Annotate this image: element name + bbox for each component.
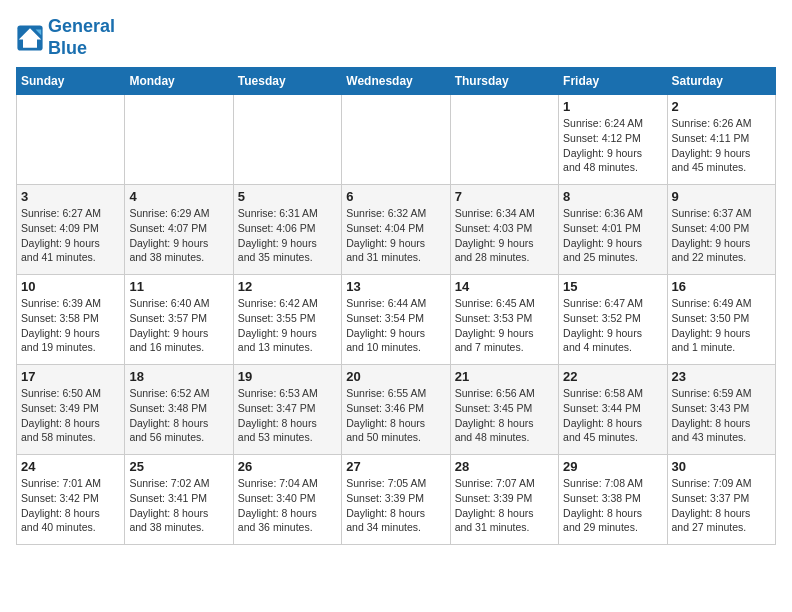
day-info: Sunrise: 6:55 AM Sunset: 3:46 PM Dayligh…	[346, 386, 445, 445]
calendar-cell: 2Sunrise: 6:26 AM Sunset: 4:11 PM Daylig…	[667, 95, 775, 185]
day-info: Sunrise: 7:07 AM Sunset: 3:39 PM Dayligh…	[455, 476, 554, 535]
day-number: 14	[455, 279, 554, 294]
day-number: 28	[455, 459, 554, 474]
day-number: 30	[672, 459, 771, 474]
calendar-cell: 11Sunrise: 6:40 AM Sunset: 3:57 PM Dayli…	[125, 275, 233, 365]
day-info: Sunrise: 6:53 AM Sunset: 3:47 PM Dayligh…	[238, 386, 337, 445]
calendar-cell: 29Sunrise: 7:08 AM Sunset: 3:38 PM Dayli…	[559, 455, 667, 545]
day-number: 19	[238, 369, 337, 384]
day-number: 25	[129, 459, 228, 474]
calendar-cell: 27Sunrise: 7:05 AM Sunset: 3:39 PM Dayli…	[342, 455, 450, 545]
calendar-cell: 6Sunrise: 6:32 AM Sunset: 4:04 PM Daylig…	[342, 185, 450, 275]
day-info: Sunrise: 6:42 AM Sunset: 3:55 PM Dayligh…	[238, 296, 337, 355]
calendar-week-row: 1Sunrise: 6:24 AM Sunset: 4:12 PM Daylig…	[17, 95, 776, 185]
day-number: 27	[346, 459, 445, 474]
day-number: 7	[455, 189, 554, 204]
day-number: 4	[129, 189, 228, 204]
day-info: Sunrise: 6:31 AM Sunset: 4:06 PM Dayligh…	[238, 206, 337, 265]
calendar-cell	[233, 95, 341, 185]
calendar-cell: 25Sunrise: 7:02 AM Sunset: 3:41 PM Dayli…	[125, 455, 233, 545]
day-info: Sunrise: 7:01 AM Sunset: 3:42 PM Dayligh…	[21, 476, 120, 535]
logo: General Blue	[16, 16, 115, 59]
logo-text: General Blue	[48, 16, 115, 59]
day-number: 21	[455, 369, 554, 384]
calendar-cell: 10Sunrise: 6:39 AM Sunset: 3:58 PM Dayli…	[17, 275, 125, 365]
calendar-cell: 16Sunrise: 6:49 AM Sunset: 3:50 PM Dayli…	[667, 275, 775, 365]
calendar-cell: 7Sunrise: 6:34 AM Sunset: 4:03 PM Daylig…	[450, 185, 558, 275]
calendar-cell	[17, 95, 125, 185]
calendar-cell: 15Sunrise: 6:47 AM Sunset: 3:52 PM Dayli…	[559, 275, 667, 365]
weekday-header: Friday	[559, 68, 667, 95]
calendar-cell: 3Sunrise: 6:27 AM Sunset: 4:09 PM Daylig…	[17, 185, 125, 275]
day-number: 26	[238, 459, 337, 474]
day-info: Sunrise: 6:49 AM Sunset: 3:50 PM Dayligh…	[672, 296, 771, 355]
calendar-cell: 21Sunrise: 6:56 AM Sunset: 3:45 PM Dayli…	[450, 365, 558, 455]
day-info: Sunrise: 6:32 AM Sunset: 4:04 PM Dayligh…	[346, 206, 445, 265]
calendar-cell: 28Sunrise: 7:07 AM Sunset: 3:39 PM Dayli…	[450, 455, 558, 545]
calendar-cell: 8Sunrise: 6:36 AM Sunset: 4:01 PM Daylig…	[559, 185, 667, 275]
calendar-cell: 13Sunrise: 6:44 AM Sunset: 3:54 PM Dayli…	[342, 275, 450, 365]
calendar-cell: 20Sunrise: 6:55 AM Sunset: 3:46 PM Dayli…	[342, 365, 450, 455]
calendar-cell: 22Sunrise: 6:58 AM Sunset: 3:44 PM Dayli…	[559, 365, 667, 455]
day-info: Sunrise: 7:09 AM Sunset: 3:37 PM Dayligh…	[672, 476, 771, 535]
calendar-cell: 12Sunrise: 6:42 AM Sunset: 3:55 PM Dayli…	[233, 275, 341, 365]
day-number: 15	[563, 279, 662, 294]
day-number: 23	[672, 369, 771, 384]
calendar-cell: 26Sunrise: 7:04 AM Sunset: 3:40 PM Dayli…	[233, 455, 341, 545]
calendar-cell: 4Sunrise: 6:29 AM Sunset: 4:07 PM Daylig…	[125, 185, 233, 275]
day-number: 6	[346, 189, 445, 204]
day-info: Sunrise: 7:05 AM Sunset: 3:39 PM Dayligh…	[346, 476, 445, 535]
calendar-cell: 30Sunrise: 7:09 AM Sunset: 3:37 PM Dayli…	[667, 455, 775, 545]
calendar-cell: 18Sunrise: 6:52 AM Sunset: 3:48 PM Dayli…	[125, 365, 233, 455]
page-header: General Blue	[16, 16, 776, 59]
day-number: 17	[21, 369, 120, 384]
day-info: Sunrise: 6:40 AM Sunset: 3:57 PM Dayligh…	[129, 296, 228, 355]
day-number: 1	[563, 99, 662, 114]
day-info: Sunrise: 6:34 AM Sunset: 4:03 PM Dayligh…	[455, 206, 554, 265]
logo-icon	[16, 24, 44, 52]
weekday-header: Saturday	[667, 68, 775, 95]
day-number: 18	[129, 369, 228, 384]
weekday-header: Wednesday	[342, 68, 450, 95]
day-info: Sunrise: 7:04 AM Sunset: 3:40 PM Dayligh…	[238, 476, 337, 535]
day-number: 8	[563, 189, 662, 204]
calendar-week-row: 10Sunrise: 6:39 AM Sunset: 3:58 PM Dayli…	[17, 275, 776, 365]
calendar-week-row: 17Sunrise: 6:50 AM Sunset: 3:49 PM Dayli…	[17, 365, 776, 455]
day-info: Sunrise: 7:08 AM Sunset: 3:38 PM Dayligh…	[563, 476, 662, 535]
weekday-header: Thursday	[450, 68, 558, 95]
day-info: Sunrise: 6:47 AM Sunset: 3:52 PM Dayligh…	[563, 296, 662, 355]
calendar-cell	[450, 95, 558, 185]
day-info: Sunrise: 6:58 AM Sunset: 3:44 PM Dayligh…	[563, 386, 662, 445]
day-number: 3	[21, 189, 120, 204]
day-info: Sunrise: 6:45 AM Sunset: 3:53 PM Dayligh…	[455, 296, 554, 355]
day-number: 24	[21, 459, 120, 474]
calendar-cell: 23Sunrise: 6:59 AM Sunset: 3:43 PM Dayli…	[667, 365, 775, 455]
calendar-cell: 1Sunrise: 6:24 AM Sunset: 4:12 PM Daylig…	[559, 95, 667, 185]
calendar-cell	[125, 95, 233, 185]
day-number: 10	[21, 279, 120, 294]
calendar-week-row: 24Sunrise: 7:01 AM Sunset: 3:42 PM Dayli…	[17, 455, 776, 545]
day-info: Sunrise: 6:50 AM Sunset: 3:49 PM Dayligh…	[21, 386, 120, 445]
day-number: 29	[563, 459, 662, 474]
weekday-header: Sunday	[17, 68, 125, 95]
day-number: 20	[346, 369, 445, 384]
day-info: Sunrise: 6:59 AM Sunset: 3:43 PM Dayligh…	[672, 386, 771, 445]
day-info: Sunrise: 6:56 AM Sunset: 3:45 PM Dayligh…	[455, 386, 554, 445]
day-number: 5	[238, 189, 337, 204]
day-number: 9	[672, 189, 771, 204]
day-info: Sunrise: 6:26 AM Sunset: 4:11 PM Dayligh…	[672, 116, 771, 175]
day-number: 11	[129, 279, 228, 294]
day-number: 22	[563, 369, 662, 384]
day-info: Sunrise: 6:37 AM Sunset: 4:00 PM Dayligh…	[672, 206, 771, 265]
day-number: 2	[672, 99, 771, 114]
day-info: Sunrise: 6:29 AM Sunset: 4:07 PM Dayligh…	[129, 206, 228, 265]
day-info: Sunrise: 6:24 AM Sunset: 4:12 PM Dayligh…	[563, 116, 662, 175]
calendar-week-row: 3Sunrise: 6:27 AM Sunset: 4:09 PM Daylig…	[17, 185, 776, 275]
calendar-cell	[342, 95, 450, 185]
calendar: SundayMondayTuesdayWednesdayThursdayFrid…	[16, 67, 776, 545]
weekday-header: Monday	[125, 68, 233, 95]
day-info: Sunrise: 6:27 AM Sunset: 4:09 PM Dayligh…	[21, 206, 120, 265]
day-info: Sunrise: 6:39 AM Sunset: 3:58 PM Dayligh…	[21, 296, 120, 355]
day-number: 13	[346, 279, 445, 294]
day-number: 12	[238, 279, 337, 294]
